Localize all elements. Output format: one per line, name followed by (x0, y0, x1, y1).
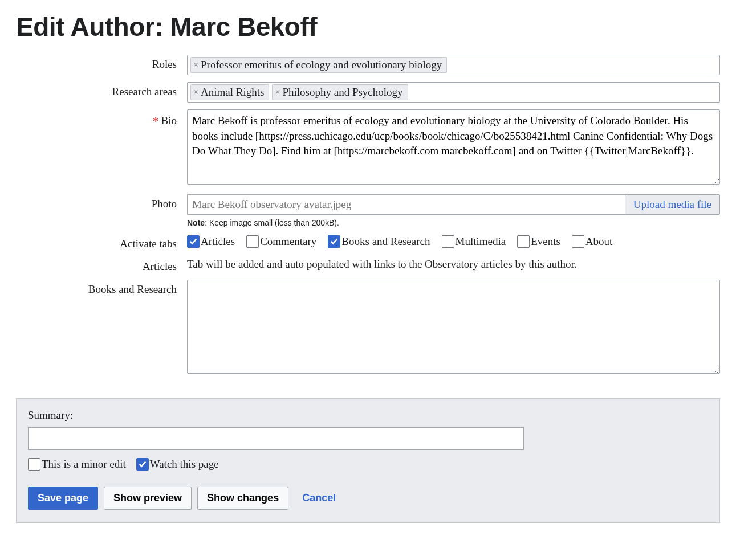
checkbox-watch-page[interactable] (136, 458, 149, 471)
checkbox-articles[interactable] (187, 235, 200, 248)
tag-label: Philosophy and Psychology (282, 86, 402, 99)
row-books-research: Books and Research (16, 280, 720, 377)
show-changes-button[interactable]: Show changes (197, 487, 288, 510)
row-articles: Articles Tab will be added and auto popu… (16, 257, 720, 273)
checkbox-books-label: Books and Research (341, 235, 430, 248)
tag-research-1: × Philosophy and Psychology (272, 84, 408, 100)
row-roles: Roles × Professor emeritus of ecology an… (16, 55, 720, 75)
books-research-textarea[interactable] (187, 280, 720, 374)
row-bio: *Bio (16, 109, 720, 187)
label-activate-tabs: Activate tabs (16, 234, 187, 250)
close-icon[interactable]: × (193, 88, 198, 97)
summary-label: Summary: (28, 409, 708, 422)
label-research-areas: Research areas (16, 82, 187, 98)
research-areas-input[interactable]: × Animal Rights × Philosophy and Psychol… (187, 82, 720, 103)
checkbox-events[interactable] (517, 235, 530, 248)
tag-label: Animal Rights (201, 86, 264, 99)
checkbox-about[interactable] (572, 235, 584, 248)
tag-role-0: × Professor emeritus of ecology and evol… (190, 57, 447, 73)
required-asterisk-icon: * (153, 114, 159, 128)
label-books-research: Books and Research (16, 280, 187, 296)
checkbox-books[interactable] (328, 235, 340, 248)
show-preview-button[interactable]: Show preview (104, 487, 192, 510)
checkbox-commentary-label: Commentary (260, 235, 316, 248)
label-roles: Roles (16, 55, 187, 71)
checkbox-multimedia[interactable] (442, 235, 454, 248)
cancel-link[interactable]: Cancel (302, 492, 336, 504)
checkbox-minor-edit-label: This is a minor edit (42, 458, 126, 471)
page-title: Edit Author: Marc Bekoff (16, 11, 720, 42)
checkbox-commentary[interactable] (246, 235, 259, 248)
bio-textarea[interactable] (187, 109, 720, 185)
articles-note: Tab will be added and auto populated wit… (187, 257, 720, 271)
summary-input[interactable] (28, 427, 524, 450)
checkbox-articles-label: Articles (201, 235, 235, 248)
checkbox-minor-edit[interactable] (28, 458, 40, 471)
checkbox-events-label: Events (531, 235, 560, 248)
row-activate-tabs: Activate tabs Articles Commentary Books … (16, 234, 720, 250)
label-articles: Articles (16, 257, 187, 273)
label-bio: *Bio (16, 109, 187, 128)
checkbox-about-label: About (585, 235, 613, 248)
row-photo: Photo Upload media file Note: Keep image… (16, 194, 720, 227)
row-research-areas: Research areas × Animal Rights × Philoso… (16, 82, 720, 103)
upload-media-button[interactable]: Upload media file (625, 194, 720, 215)
close-icon[interactable]: × (193, 60, 198, 70)
checkbox-watch-page-label: Watch this page (150, 458, 219, 471)
tag-research-0: × Animal Rights (190, 84, 269, 100)
summary-panel: Summary: This is a minor edit Watch this… (16, 398, 720, 523)
roles-input[interactable]: × Professor emeritus of ecology and evol… (187, 55, 720, 75)
close-icon[interactable]: × (275, 88, 280, 97)
photo-note: Note: Keep image small (less than 200kB)… (187, 218, 720, 227)
save-button[interactable]: Save page (28, 487, 98, 510)
label-photo: Photo (16, 194, 187, 210)
tag-label: Professor emeritus of ecology and evolut… (201, 59, 442, 71)
photo-input[interactable] (187, 194, 625, 215)
checkbox-multimedia-label: Multimedia (456, 235, 506, 248)
